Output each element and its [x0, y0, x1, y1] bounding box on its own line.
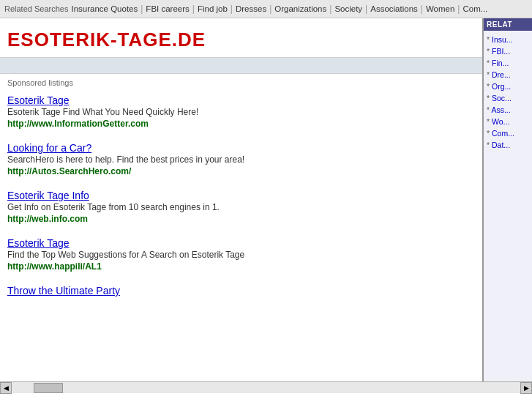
nav-link-associations[interactable]: Associations [370, 4, 418, 13]
listing-url: http://www.happili/AL1 [7, 261, 475, 272]
listing-link[interactable]: Esoterik Tage [7, 94, 70, 106]
sponsored-area: Sponsored listings Esoterik Tage Esoteri… [0, 74, 482, 377]
nav-link-society[interactable]: Society [334, 4, 362, 13]
nav-sep: | [269, 4, 271, 14]
nav-link-organizations[interactable]: Organizations [274, 4, 326, 13]
gray-band [0, 58, 482, 74]
nav-link-dresses[interactable]: Dresses [236, 4, 266, 13]
listing-url-link[interactable]: http://www.happili/AL1 [7, 261, 102, 272]
top-nav: Related Searches Insurance Quotes | FBI … [0, 0, 532, 18]
sidebar-link-dat[interactable]: Dat... [485, 139, 531, 151]
listing-item: Throw the Ultimate Party [7, 285, 475, 297]
listing-url: http://Autos.SearchHero.com/ [7, 166, 475, 176]
listing-url: http://web.info.com [7, 214, 475, 224]
sidebar-link-find[interactable]: Fin... [485, 57, 531, 69]
listing-url-link[interactable]: http://Autos.SearchHero.com/ [7, 166, 131, 176]
main-wrapper: ESOTERIK-TAGE.DE Sponsored listings Esot… [0, 18, 532, 381]
nav-link-insurance[interactable]: Insurance Quotes [71, 4, 138, 13]
nav-sep: | [141, 4, 143, 14]
listing-title: Throw the Ultimate Party [7, 285, 475, 297]
nav-sep: | [365, 4, 367, 14]
content-area: ESOTERIK-TAGE.DE Sponsored listings Esot… [0, 18, 482, 381]
right-sidebar: RELAT Insu... FBI... Fin... Dre... Org..… [482, 18, 532, 381]
nav-sep: | [231, 4, 233, 14]
scroll-left-button[interactable]: ◀ [0, 382, 12, 394]
listing-item: Esoterik Tage Info Get Info on Esoterik … [7, 190, 475, 224]
listing-title: Looking for a Car? [7, 142, 475, 154]
nav-sep: | [457, 4, 460, 14]
listing-url-link[interactable]: http://web.info.com [7, 214, 88, 224]
listing-item: Looking for a Car? SearchHero is here to… [7, 142, 475, 176]
listing-desc: Find the Top Web Suggestions for A Searc… [7, 250, 475, 260]
listing-item: Esoterik Tage Esoterik Tage Find What Yo… [7, 94, 475, 129]
site-title-section: ESOTERIK-TAGE.DE [0, 18, 482, 58]
listing-url-link[interactable]: http://www.InformationGetter.com [7, 119, 149, 129]
nav-link-women[interactable]: Women [426, 4, 454, 13]
listing-link[interactable]: Esoterik Tage [7, 237, 70, 249]
related-searches-label: Related Searches [4, 4, 68, 13]
nav-sep: | [192, 4, 195, 14]
scroll-right-button[interactable]: ▶ [520, 382, 532, 394]
scroll-track[interactable] [12, 382, 520, 393]
sidebar-link-com[interactable]: Com... [485, 127, 531, 139]
sidebar-header: RELAT [484, 18, 532, 31]
sidebar-link-women[interactable]: Wo... [485, 116, 531, 127]
scroll-thumb[interactable] [34, 383, 63, 393]
sidebar-link-society[interactable]: Soc... [485, 92, 531, 104]
sidebar-link-org[interactable]: Org... [485, 81, 531, 92]
listing-item: Esoterik Tage Find the Top Web Suggestio… [7, 237, 475, 272]
listing-title: Esoterik Tage [7, 237, 475, 249]
nav-link-com[interactable]: Com... [462, 4, 487, 13]
nav-sep: | [329, 4, 331, 14]
sponsored-label: Sponsored listings [7, 78, 475, 87]
listing-title: Esoterik Tage Info [7, 190, 475, 201]
nav-link-findjob[interactable]: Find job [198, 4, 228, 13]
listing-link[interactable]: Looking for a Car? [7, 142, 91, 154]
sidebar-link-dresses[interactable]: Dre... [485, 69, 531, 81]
bottom-scrollbar: ◀ ▶ [0, 381, 532, 393]
site-title: ESOTERIK-TAGE.DE [7, 29, 475, 51]
sidebar-links: Insu... FBI... Fin... Dre... Org... Soc.… [484, 31, 532, 154]
listing-desc: SearchHero is here to help. Find the bes… [7, 154, 475, 165]
listing-link[interactable]: Esoterik Tage Info [7, 190, 89, 201]
sidebar-link-fbi[interactable]: FBI... [485, 45, 531, 57]
sidebar-link-ass[interactable]: Ass... [485, 104, 531, 116]
sidebar-link-insurance[interactable]: Insu... [485, 34, 531, 45]
nav-link-fbi[interactable]: FBI careers [146, 4, 189, 13]
listing-url: http://www.InformationGetter.com [7, 119, 475, 129]
nav-sep: | [421, 4, 423, 14]
listing-title: Esoterik Tage [7, 94, 475, 106]
listing-link[interactable]: Throw the Ultimate Party [7, 285, 120, 297]
listing-desc: Esoterik Tage Find What You Need Quickly… [7, 107, 475, 117]
listing-desc: Get Info on Esoterik Tage from 10 search… [7, 202, 475, 212]
